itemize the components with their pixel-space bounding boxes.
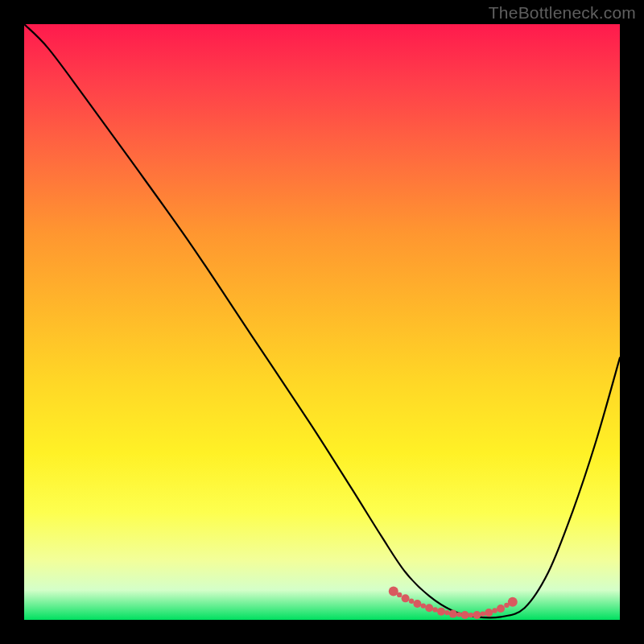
optimal-marker [413, 600, 421, 608]
optimal-marker [473, 611, 481, 619]
optimal-marker-mid [504, 603, 509, 608]
optimal-marker [461, 611, 469, 619]
optimal-marker-mid [492, 608, 497, 613]
optimal-marker [449, 610, 457, 618]
chart-stage: TheBottleneck.com [0, 0, 644, 644]
optimal-marker [425, 604, 433, 612]
optimal-marker [497, 605, 505, 613]
optimal-marker-mid [421, 603, 426, 608]
optimal-marker [485, 609, 493, 617]
optimal-marker [402, 594, 410, 602]
optimal-marker-mid [397, 592, 402, 597]
plot-area [24, 24, 620, 620]
optimal-marker-mid [432, 607, 437, 612]
bottleneck-curve [24, 24, 620, 617]
chart-svg [24, 24, 620, 620]
optimal-marker-mid [409, 598, 414, 603]
optimal-marker-mid [481, 611, 485, 616]
watermark-text: TheBottleneck.com [489, 3, 636, 23]
optimal-marker-mid [469, 613, 473, 617]
optimal-marker-mid [444, 610, 449, 615]
optimal-range-markers [389, 586, 518, 619]
optimal-marker [508, 597, 518, 607]
optimal-marker [389, 586, 398, 596]
optimal-marker-mid [456, 612, 461, 617]
optimal-marker [437, 608, 445, 616]
